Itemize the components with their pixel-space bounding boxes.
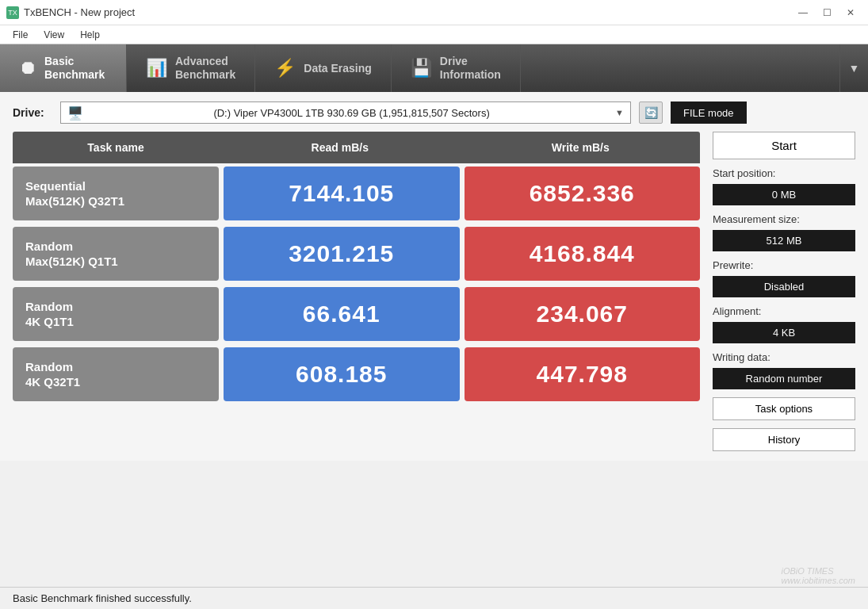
writing-data-label: Writing data: <box>713 351 855 363</box>
advanced-benchmark-icon: 📊 <box>146 58 167 79</box>
read-value-random-512k: 3201.215 <box>224 227 460 281</box>
read-value-random-4k-q1: 66.641 <box>224 287 460 341</box>
tab-data-erasing-label: Data Erasing <box>304 62 372 75</box>
measurement-size-value: 512 MB <box>713 230 855 251</box>
menu-file[interactable]: File <box>6 28 34 42</box>
tab-data-erasing[interactable]: ⚡ Data Erasing <box>255 44 392 92</box>
benchmark-table: Task name Read mB/s Write mB/s Sequentia… <box>13 132 700 451</box>
watermark: iOBiO TIMESwww.iobitimes.com <box>781 566 855 585</box>
prewrite-value: Disabled <box>713 276 855 297</box>
drive-select-chevron-icon: ▼ <box>615 108 624 117</box>
drive-label: Drive: <box>13 106 52 119</box>
title-bar: TX TxBENCH - New project — ☐ ✕ <box>0 0 868 25</box>
status-bar: Basic Benchmark finished successfully. <box>0 587 868 609</box>
menu-bar: File View Help <box>0 25 868 44</box>
main-content: Drive: 🖥️ (D:) Viper VP4300L 1TB 930.69 … <box>0 92 868 461</box>
task-options-button[interactable]: Task options <box>713 397 855 420</box>
tab-drive-information[interactable]: 💾 Drive Information <box>392 44 521 92</box>
bench-area: Task name Read mB/s Write mB/s Sequentia… <box>13 132 855 451</box>
tab-advanced-benchmark-label: Advanced Benchmark <box>175 55 235 82</box>
measurement-size-label: Measurement size: <box>713 213 855 225</box>
file-mode-button[interactable]: FILE mode <box>671 102 747 124</box>
start-position-value: 0 MB <box>713 184 855 205</box>
alignment-value: 4 KB <box>713 322 855 343</box>
data-erasing-icon: ⚡ <box>274 58 296 79</box>
app-icon: TX <box>6 6 19 19</box>
tab-bar: ⏺ Basic Benchmark 📊 Advanced Benchmark ⚡… <box>0 44 868 92</box>
drive-row: Drive: 🖥️ (D:) Viper VP4300L 1TB 930.69 … <box>13 102 855 124</box>
write-value-random-4k-q32: 447.798 <box>465 347 701 401</box>
drive-selector[interactable]: 🖥️ (D:) Viper VP4300L 1TB 930.69 GB (1,9… <box>60 102 631 124</box>
menu-help[interactable]: Help <box>74 28 106 42</box>
drive-information-icon: 💾 <box>411 58 432 79</box>
status-message: Basic Benchmark finished successfully. <box>13 592 192 604</box>
right-panel: Start Start position: 0 MB Measurement s… <box>713 132 855 451</box>
close-button[interactable]: ✕ <box>839 5 862 21</box>
minimize-button[interactable]: — <box>792 5 814 21</box>
writing-data-value: Random number <box>713 368 855 389</box>
basic-benchmark-icon: ⏺ <box>19 58 36 79</box>
task-name-random-4k-q32: Random4K Q32T1 <box>13 347 219 401</box>
history-button[interactable]: History <box>713 428 855 451</box>
title-bar-left: TX TxBENCH - New project <box>6 6 135 19</box>
drive-select-text: (D:) Viper VP4300L 1TB 930.69 GB (1,951,… <box>213 107 489 119</box>
task-name-random-512k: RandomMax(512K) Q1T1 <box>13 227 219 281</box>
title-bar-controls: — ☐ ✕ <box>792 5 862 21</box>
drive-icon: 🖥️ <box>67 105 83 121</box>
table-header: Task name Read mB/s Write mB/s <box>13 132 700 163</box>
menu-view[interactable]: View <box>37 28 71 42</box>
col-read-speed: Read mB/s <box>220 138 460 157</box>
tab-dropdown-button[interactable]: ▼ <box>839 44 868 92</box>
write-value-random-4k-q1: 234.067 <box>465 287 701 341</box>
col-write-speed: Write mB/s <box>461 138 701 157</box>
tab-drive-information-label: Drive Information <box>440 55 501 82</box>
col-task-name: Task name <box>13 138 219 157</box>
task-name-random-4k-q1: Random4K Q1T1 <box>13 287 219 341</box>
alignment-label: Alignment: <box>713 305 855 317</box>
task-name-sequential: SequentialMax(512K) Q32T1 <box>13 167 219 220</box>
prewrite-label: Prewrite: <box>713 259 855 271</box>
read-value-random-4k-q32: 608.185 <box>224 347 460 401</box>
tab-advanced-benchmark[interactable]: 📊 Advanced Benchmark <box>127 44 255 92</box>
tab-basic-benchmark[interactable]: ⏺ Basic Benchmark <box>0 44 127 92</box>
start-button[interactable]: Start <box>713 132 855 159</box>
start-position-label: Start position: <box>713 167 855 179</box>
table-row: Random4K Q32T1 608.185 447.798 <box>13 347 700 401</box>
tab-basic-benchmark-label: Basic Benchmark <box>44 55 105 82</box>
write-value-random-512k: 4168.844 <box>465 227 701 281</box>
write-value-sequential: 6852.336 <box>465 167 701 220</box>
window-title: TxBENCH - New project <box>24 6 135 18</box>
table-row: SequentialMax(512K) Q32T1 7144.105 6852.… <box>13 167 700 220</box>
table-row: RandomMax(512K) Q1T1 3201.215 4168.844 <box>13 227 700 281</box>
maximize-button[interactable]: ☐ <box>816 5 838 21</box>
drive-refresh-button[interactable]: 🔄 <box>639 102 663 124</box>
read-value-sequential: 7144.105 <box>224 167 460 220</box>
table-row: Random4K Q1T1 66.641 234.067 <box>13 287 700 341</box>
